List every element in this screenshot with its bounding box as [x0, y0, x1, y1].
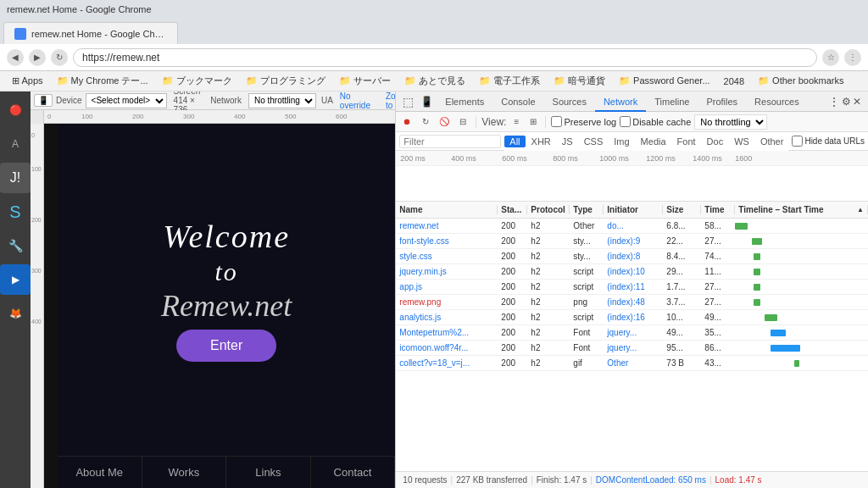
- tab-resources[interactable]: Resources: [746, 92, 808, 112]
- reload-button[interactable]: ↻: [51, 49, 68, 66]
- type-font[interactable]: Font: [672, 136, 701, 147]
- sidebar-icon-2[interactable]: A: [0, 129, 31, 159]
- bookmark-button[interactable]: ☆: [822, 49, 839, 66]
- bookmark-crypto[interactable]: 📁 暗号通貨: [548, 75, 610, 87]
- cell-name: jquery.min.js: [396, 267, 498, 276]
- sidebar-icon-6[interactable]: ▶: [0, 264, 31, 295]
- tab-sources[interactable]: Sources: [544, 92, 595, 112]
- forward-button[interactable]: ▶: [29, 49, 46, 66]
- tab-console[interactable]: Console: [492, 92, 543, 112]
- bookmark-2048[interactable]: 2048: [719, 76, 749, 86]
- cell-name: font-style.css: [396, 236, 498, 246]
- cell-name: style.css: [396, 252, 498, 261]
- hide-data-checkbox[interactable]: [792, 136, 803, 147]
- type-js[interactable]: JS: [557, 136, 578, 147]
- device-select[interactable]: <Select model>: [86, 93, 167, 108]
- bookmark-bookmarks[interactable]: 📁 ブックマーク: [157, 75, 237, 87]
- refresh-btn[interactable]: ↻: [418, 114, 433, 130]
- nav-works[interactable]: Works: [142, 457, 227, 488]
- view-label: View:: [481, 116, 506, 128]
- throttling-select[interactable]: No throttling: [694, 114, 767, 130]
- devtools-more-btn[interactable]: ⋮: [828, 95, 840, 108]
- type-doc[interactable]: Doc: [702, 136, 729, 147]
- tab-network[interactable]: Network: [595, 92, 646, 112]
- remew-heading: Remew.net: [161, 291, 292, 321]
- type-other[interactable]: Other: [755, 136, 789, 147]
- tab-timeline[interactable]: Timeline: [646, 92, 698, 112]
- bookmark-password[interactable]: 📁 Password Gener...: [614, 75, 715, 86]
- type-ws[interactable]: WS: [729, 136, 754, 147]
- record-btn[interactable]: ⏺: [399, 114, 415, 130]
- filter-toggle-btn[interactable]: ⊟: [455, 114, 470, 130]
- table-row[interactable]: remew.net 200 h2 Other do... 6.8... 58..…: [396, 219, 868, 234]
- url-bar[interactable]: https://remew.net: [73, 48, 817, 67]
- sidebar-icon-7[interactable]: 🦊: [0, 298, 31, 329]
- table-row[interactable]: style.css 200 h2 sty... (index):8 8.4...…: [396, 249, 868, 264]
- cell-timeline: [735, 341, 868, 356]
- bookmark-apps[interactable]: ⊞ Apps: [7, 75, 48, 86]
- enter-button[interactable]: Enter: [176, 330, 276, 362]
- tab-profiles[interactable]: Profiles: [698, 92, 746, 112]
- sidebar-icon-5[interactable]: 🔧: [0, 230, 31, 261]
- bookmarks-bar: ⊞ Apps 📁 My Chrome テー... 📁 ブックマーク 📁 プログラ…: [0, 71, 868, 92]
- bookmark-other[interactable]: 📁 Other bookmarks: [753, 75, 849, 86]
- cell-protocol: h2: [527, 358, 570, 368]
- bookmark-later[interactable]: 📁 あとで見る: [399, 75, 470, 87]
- cell-initiator: jquery...: [604, 328, 663, 337]
- h-ruler: 0 100 200 300 400 500 600: [31, 110, 395, 124]
- tab-elements[interactable]: Elements: [437, 92, 492, 112]
- sidebar-icon-4[interactable]: S: [0, 197, 31, 227]
- content-area: 0 100 200 300 400 Welcome to Remew.net E…: [31, 124, 395, 488]
- table-row[interactable]: jquery.min.js 200 h2 script (index):10 2…: [396, 264, 868, 280]
- status-bar: 10 requests | 227 KB transferred | Finis…: [396, 471, 868, 488]
- hide-data-label: Hide data URLs: [792, 136, 865, 147]
- col-time: Time: [701, 205, 735, 214]
- website-nav: About Me Works Links Contact: [58, 456, 395, 488]
- sidebar-icon-3[interactable]: J!: [0, 163, 31, 193]
- cell-name: Montepetrum%2...: [396, 328, 498, 337]
- sidebar-icon-1[interactable]: 🔴: [0, 95, 31, 125]
- table-row[interactable]: collect?v=18_v=j... 200 h2 gif Other 73 …: [396, 356, 868, 371]
- preserve-log-checkbox[interactable]: [551, 116, 562, 127]
- table-row[interactable]: font-style.css 200 h2 sty... (index):9 2…: [396, 234, 868, 249]
- devtools-phone-icon[interactable]: 📱: [417, 96, 437, 108]
- clear-btn[interactable]: 🚫: [437, 114, 452, 130]
- bookmark-chrome[interactable]: 📁 My Chrome テー...: [52, 75, 153, 87]
- bookmark-electronics[interactable]: 📁 電子工作系: [474, 75, 545, 87]
- nav-links[interactable]: Links: [226, 457, 311, 488]
- cell-time: 49...: [701, 313, 735, 322]
- sort-icon: ▲: [857, 206, 864, 214]
- filter-input[interactable]: [399, 135, 501, 148]
- override-label: No override: [340, 92, 370, 110]
- table-row[interactable]: analytics.js 200 h2 script (index):16 10…: [396, 310, 868, 325]
- table-row[interactable]: Montepetrum%2... 200 h2 Font jquery... 4…: [396, 325, 868, 341]
- table-row[interactable]: remew.png 200 h2 png (index):48 3.7... 2…: [396, 295, 868, 310]
- back-button[interactable]: ◀: [7, 49, 24, 66]
- view-group-btn[interactable]: ⊞: [526, 115, 540, 129]
- menu-button[interactable]: ⋮: [844, 49, 861, 66]
- devtools-settings-btn[interactable]: ⚙: [842, 96, 851, 108]
- bookmark-programming[interactable]: 📁 プログラミング: [241, 75, 331, 87]
- nav-about[interactable]: About Me: [58, 457, 142, 488]
- type-css[interactable]: CSS: [579, 136, 609, 147]
- type-all[interactable]: All: [504, 136, 525, 147]
- cell-protocol: h2: [527, 343, 570, 352]
- cell-type: script: [570, 282, 604, 291]
- table-row[interactable]: app.js 200 h2 script (index):11 1.7... 2…: [396, 280, 868, 295]
- disable-cache-checkbox[interactable]: [620, 116, 631, 127]
- devtools-close-btn[interactable]: ✕: [853, 96, 861, 108]
- type-img[interactable]: Img: [609, 136, 634, 147]
- type-xhr[interactable]: XHR: [526, 136, 556, 147]
- network-throttle-select[interactable]: No throttling: [248, 93, 316, 108]
- cell-name: icomoon.woff?4r...: [396, 343, 498, 352]
- bookmark-server[interactable]: 📁 サーバー: [334, 75, 396, 87]
- type-media[interactable]: Media: [636, 136, 671, 147]
- zoom-to-fit-btn[interactable]: Zoom to fit: [382, 92, 395, 111]
- devtools-inspect-icon[interactable]: ⬚: [399, 95, 417, 108]
- view-list-btn[interactable]: ≡: [509, 115, 523, 129]
- device-toolbar-toggle[interactable]: 📱: [34, 94, 53, 107]
- table-row[interactable]: icomoon.woff?4r... 200 h2 Font jquery...…: [396, 341, 868, 356]
- welcome-line1: Welcome: [163, 218, 290, 257]
- nav-contact[interactable]: Contact: [311, 457, 396, 488]
- active-tab[interactable]: remew.net Home - Google Chrome: [3, 22, 178, 44]
